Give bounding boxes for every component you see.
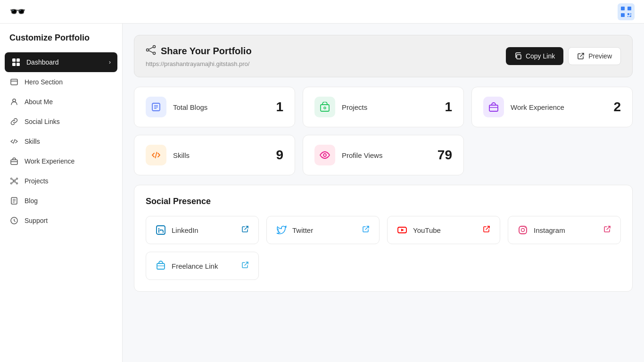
stat-card-projects: Projects 1 (303, 87, 464, 127)
social-card-instagram[interactable]: Instagram (508, 216, 621, 244)
preview-button[interactable]: Preview (568, 47, 621, 65)
skills-icon-wrap (146, 145, 166, 165)
main-layout: Customize Portfolio Dashboard › Hero Sec… (0, 24, 644, 362)
svg-point-17 (11, 178, 12, 180)
blogs-icon (151, 102, 161, 112)
topbar: 🕶️ (0, 0, 644, 24)
stats-row-2: Skills 9 Profile Views 79 (134, 135, 633, 175)
linkedin-icon (156, 225, 166, 235)
sidebar-item-work-label: Work Experience (25, 157, 74, 165)
svg-rect-8 (630, 15, 631, 16)
chevron-right-icon: › (109, 59, 111, 66)
sidebar-item-social-links[interactable]: Social Links (0, 112, 122, 132)
svg-rect-41 (321, 105, 329, 111)
sidebar-item-blog[interactable]: Blog (0, 191, 122, 211)
svg-rect-4 (627, 13, 629, 15)
stat-value-skills: 9 (276, 148, 283, 163)
stat-card-work-experience: Work Experience 2 (471, 87, 633, 127)
svg-rect-11 (12, 63, 16, 66)
svg-point-20 (17, 183, 18, 184)
youtube-external-icon (483, 225, 490, 235)
svg-rect-3 (627, 7, 631, 10)
share-icon (146, 45, 156, 58)
svg-point-45 (323, 154, 326, 156)
social-grid-row1: LinkedIn Twitter (146, 216, 621, 244)
twitter-label: Twitter (292, 226, 313, 234)
linkedin-external-icon (241, 225, 249, 235)
svg-point-56 (525, 227, 526, 228)
share-card-left: Share Your Portfolio https://prashantray… (146, 45, 252, 67)
share-portfolio-card: Share Your Portfolio https://prashantray… (134, 35, 633, 77)
app-logo: 🕶️ (9, 4, 26, 19)
svg-rect-10 (17, 58, 20, 62)
sidebar-item-skills[interactable]: Skills (0, 132, 122, 151)
blogs-icon-wrap (146, 97, 166, 117)
stat-value-views: 79 (438, 148, 452, 163)
svg-point-42 (324, 107, 326, 109)
sidebar-item-work-experience[interactable]: Work Experience (0, 151, 122, 171)
projects-icon-wrap (314, 97, 335, 117)
stat-value-work: 2 (613, 99, 621, 115)
twitter-icon (276, 225, 287, 235)
freelance-icon (156, 261, 166, 271)
svg-rect-7 (629, 16, 631, 17)
support-icon (9, 216, 19, 225)
copy-link-button[interactable]: Copy Link (506, 47, 563, 65)
sidebar-item-projects[interactable]: Projects (0, 171, 122, 191)
sidebar-item-projects-label: Projects (25, 177, 49, 185)
skills-icon (151, 150, 161, 160)
stat-left-blogs: Total Blogs (146, 97, 207, 117)
stat-label-blogs: Total Blogs (173, 103, 207, 111)
sidebar-item-hero-section[interactable]: Hero Section (0, 72, 122, 92)
stat-left-skills: Skills (146, 145, 190, 165)
social-left-twitter: Twitter (276, 225, 313, 235)
svg-rect-2 (621, 13, 625, 17)
doc-icon (9, 197, 19, 205)
freelance-label: Freelance Link (172, 262, 218, 270)
briefcase-icon (9, 157, 19, 165)
svg-rect-12 (17, 63, 20, 66)
svg-marker-52 (401, 229, 404, 231)
social-card-youtube[interactable]: YouTube (387, 216, 500, 244)
svg-line-33 (149, 47, 153, 49)
sidebar-item-dashboard[interactable]: Dashboard › (5, 52, 117, 72)
qr-button[interactable] (618, 3, 635, 20)
sidebar-item-skills-label: Skills (25, 138, 40, 145)
svg-rect-0 (618, 3, 635, 20)
stat-left-projects: Projects (314, 97, 367, 117)
svg-line-22 (15, 179, 17, 181)
svg-rect-15 (11, 160, 17, 165)
svg-line-57 (607, 226, 610, 230)
stat-value-blogs: 1 (276, 99, 283, 115)
sidebar-item-support[interactable]: Support (0, 211, 122, 230)
svg-rect-58 (157, 263, 165, 269)
glasses-icon: 🕶️ (9, 4, 26, 19)
sidebar-item-hero-label: Hero Section (25, 78, 63, 86)
svg-rect-9 (12, 58, 16, 62)
copy-icon (514, 52, 522, 60)
svg-rect-5 (630, 13, 631, 14)
nodes-icon (9, 177, 19, 185)
svg-point-55 (521, 229, 525, 232)
qr-icon (618, 3, 635, 20)
social-left-freelance: Freelance Link (156, 261, 218, 271)
sidebar-item-dashboard-label: Dashboard (26, 58, 59, 66)
stat-value-projects: 1 (445, 99, 452, 115)
youtube-label: YouTube (413, 226, 441, 234)
svg-line-53 (486, 226, 489, 230)
work-icon (488, 102, 499, 112)
link-icon (9, 117, 19, 126)
code-icon (9, 137, 19, 146)
linkedin-label: LinkedIn (172, 226, 198, 234)
svg-point-32 (153, 52, 156, 55)
social-presence-title: Social Presence (146, 197, 621, 206)
sidebar-item-blog-label: Blog (25, 197, 38, 205)
youtube-icon (397, 225, 407, 235)
social-card-freelance[interactable]: Freelance Link (146, 252, 259, 280)
social-card-twitter[interactable]: Twitter (266, 216, 380, 244)
person-icon (9, 98, 19, 106)
sidebar-item-about-me[interactable]: About Me (0, 92, 122, 112)
social-card-linkedin[interactable]: LinkedIn (146, 216, 259, 244)
svg-line-23 (12, 182, 14, 183)
svg-line-24 (15, 182, 17, 183)
